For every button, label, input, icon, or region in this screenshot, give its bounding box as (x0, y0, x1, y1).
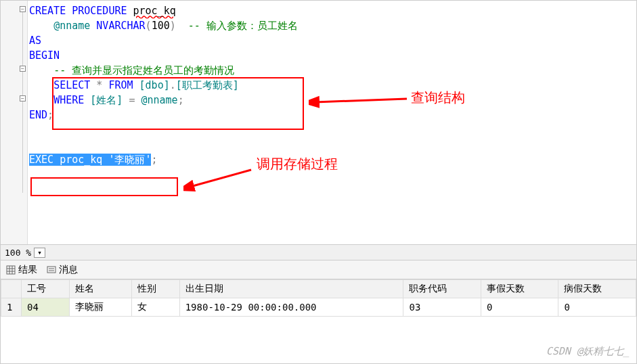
zoom-dropdown[interactable]: ▾ (34, 248, 45, 258)
highlight-box-exec (30, 177, 178, 196)
sql-editor[interactable]: − − − CREATE PROCEDURE proc_kq @nname NV… (1, 1, 636, 244)
tab-messages[interactable]: 消息 (47, 264, 78, 276)
grid-header[interactable]: 性别 (132, 280, 180, 298)
table-row[interactable]: 1 04 李晓丽 女 1980-10-29 00:00:00.000 03 0 … (1, 298, 636, 317)
tab-results[interactable]: 结果 (6, 264, 37, 276)
grid-header[interactable]: 工号 (22, 280, 70, 298)
results-grid[interactable]: 工号 姓名 性别 出生日期 职务代码 事假天数 病假天数 1 04 李晓丽 女 … (1, 279, 636, 363)
row-number: 1 (1, 298, 22, 317)
proc-name: proc_kq (133, 5, 176, 17)
svg-rect-7 (47, 267, 56, 273)
grid-header[interactable]: 出生日期 (179, 280, 403, 298)
cell[interactable]: 1980-10-29 00:00:00.000 (179, 298, 403, 317)
grid-header[interactable]: 职务代码 (403, 280, 481, 298)
grid-header[interactable]: 姓名 (69, 280, 132, 298)
grid-header[interactable]: 事假天数 (481, 280, 558, 298)
cell[interactable]: 0 (481, 298, 558, 317)
grid-header-blank (1, 280, 22, 298)
message-icon (47, 265, 56, 275)
zoom-level: 100 % (5, 248, 31, 258)
annotation-exec: 调用存储过程 (257, 155, 338, 173)
fold-icon[interactable]: − (20, 95, 26, 101)
grid-icon (6, 265, 16, 275)
cell[interactable]: 04 (22, 298, 70, 317)
svg-line-0 (315, 99, 407, 102)
highlight-box-query (52, 77, 304, 130)
cell[interactable]: 0 (558, 298, 636, 317)
zoom-bar: 100 % ▾ (1, 244, 636, 260)
grid-header[interactable]: 病假天数 (558, 280, 636, 298)
svg-line-1 (190, 170, 251, 187)
annotation-query: 查询结构 (411, 89, 465, 107)
fold-icon[interactable]: − (20, 6, 26, 12)
cell[interactable]: 03 (403, 298, 481, 317)
arrow-icon (183, 166, 258, 194)
svg-rect-2 (7, 266, 15, 274)
cell[interactable]: 女 (132, 298, 180, 317)
cell[interactable]: 李晓丽 (69, 298, 132, 317)
fold-icon[interactable]: − (20, 66, 26, 72)
grid-header-row: 工号 姓名 性别 出生日期 职务代码 事假天数 病假天数 (1, 280, 636, 298)
watermark: CSDN @妖精七七_ (546, 345, 630, 358)
results-tabs: 结果 消息 (1, 260, 636, 279)
arrow-icon (309, 89, 410, 109)
selected-exec[interactable]: EXEC proc_kq '李晓丽' (29, 154, 151, 166)
gutter: − − − (1, 1, 28, 244)
